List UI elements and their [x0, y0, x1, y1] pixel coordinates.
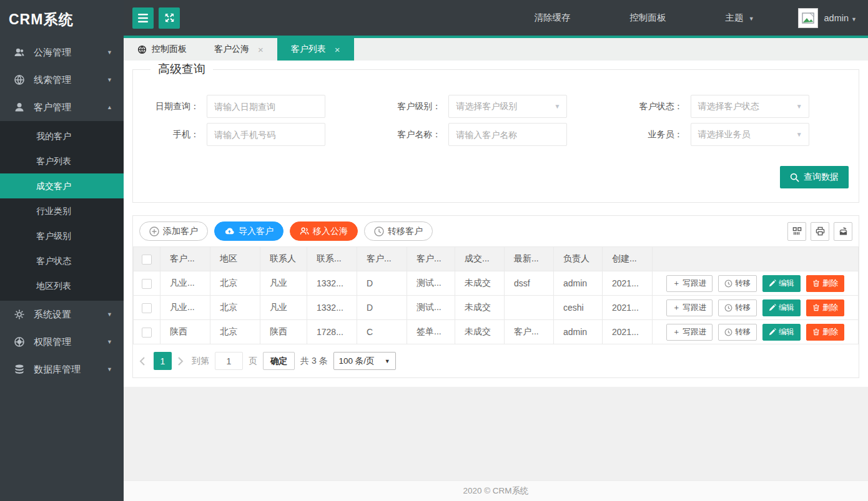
import-customer-button[interactable]: 导入客户 [214, 221, 284, 241]
page-size-select[interactable]: 100 条/页 ▼ [333, 352, 396, 370]
row-checkbox[interactable] [142, 279, 152, 289]
export-button[interactable] [834, 222, 852, 241]
prev-page-icon[interactable] [139, 357, 148, 366]
transfer-button[interactable]: 转移 [718, 299, 757, 316]
follow-up-button[interactable]: ＋写跟进 [666, 299, 713, 316]
cell-level: D [357, 271, 407, 296]
user-menu[interactable]: admin ▼ [824, 13, 857, 23]
page-footer: 2020 © CRM系统 [124, 480, 868, 501]
chevron-down-icon: ▼ [107, 366, 112, 372]
sidebar-item-public-sea[interactable]: 公海管理 ▼ [0, 39, 124, 66]
table-tool-icons [787, 222, 852, 241]
tab-customer-sea[interactable]: 客户公海 × [200, 38, 277, 61]
delete-label: 删除 [822, 327, 838, 338]
sidebar-subitem-region-list[interactable]: 地区列表 [0, 273, 124, 298]
fullscreen-button[interactable] [159, 7, 180, 29]
edit-button[interactable]: 编辑 [762, 299, 801, 316]
sidebar-subitem-customer-list[interactable]: 客户列表 [0, 148, 124, 173]
hamburger-icon [138, 14, 148, 22]
transfer-button[interactable]: 转移 [718, 324, 757, 341]
content-area: 高级查询 日期查询： 客户级别： 请选择客户级别 ▼ 客户状态： 请选择客 [124, 61, 868, 387]
cell-customer: 陕西 [160, 320, 210, 344]
query-data-button[interactable]: 查询数据 [780, 166, 849, 188]
select-placeholder: 请选择业务员 [698, 129, 751, 140]
customer-status-select[interactable]: 请选择客户状态 ▼ [691, 95, 809, 118]
select-all-checkbox[interactable] [142, 255, 152, 265]
sidebar-subitem-industry-category[interactable]: 行业类别 [0, 198, 124, 223]
wheel-icon [14, 336, 25, 348]
move-to-sea-button[interactable]: 移入公海 [290, 221, 358, 241]
transfer-label: 转移 [735, 327, 751, 338]
cell-phone: 1332... [307, 296, 357, 320]
customer-table: 客户... 地区 联系人 联系... 客户... 客户... 成交... 最新.… [133, 246, 859, 344]
edit-button[interactable]: 编辑 [762, 324, 801, 341]
theme-menu[interactable]: 主题 ▼ [726, 12, 754, 24]
follow-up-button[interactable]: ＋写跟进 [666, 275, 713, 292]
edit-button[interactable]: 编辑 [762, 275, 801, 292]
sidebar: CRM系统 公海管理 ▼ 线索管理 ▼ 客户管理 ▲ 我的客户 客户列表 成交客… [0, 0, 124, 501]
date-query-input[interactable] [207, 95, 325, 118]
salesman-select[interactable]: 请选择业务员 ▼ [691, 123, 809, 146]
close-icon[interactable]: × [258, 44, 264, 55]
sidebar-item-leads[interactable]: 线索管理 ▼ [0, 66, 124, 94]
print-button[interactable] [811, 222, 829, 241]
cell-contact: 陕西 [260, 320, 307, 344]
add-customer-button[interactable]: 添加客户 [139, 221, 208, 241]
transfer-customer-button[interactable]: 转移客户 [364, 221, 433, 241]
cell-contact: 凡业 [260, 271, 307, 296]
table-row: 陕西 北京 陕西 1728... C 签单... 未成交 客户... admin… [134, 320, 859, 344]
query-row-1: 日期查询： 客户级别： 请选择客户级别 ▼ 客户状态： 请选择客户状态 ▼ [133, 95, 859, 118]
sidebar-subitem-my-customers[interactable]: 我的客户 [0, 124, 124, 148]
page-number-current[interactable]: 1 [154, 352, 172, 370]
phone-field: 手机： [133, 123, 375, 146]
cell-latest: dssf [505, 271, 554, 296]
clock-icon [724, 304, 732, 312]
edit-label: 编辑 [779, 303, 794, 313]
tab-customer-list[interactable]: 客户列表 × [277, 38, 354, 61]
sidebar-item-system-settings[interactable]: 系统设置 ▼ [0, 301, 124, 328]
clear-cache-link[interactable]: 清除缓存 [535, 12, 571, 24]
cell-status: 签单... [407, 320, 455, 344]
row-checkbox[interactable] [142, 328, 152, 338]
customer-table-panel: 添加客户 导入客户 移入公海 [132, 215, 859, 378]
chevron-down-icon: ▼ [107, 311, 112, 318]
export-icon [839, 226, 848, 236]
transfer-button[interactable]: 转移 [718, 275, 757, 292]
col-header-contact-phone: 联系... [307, 247, 357, 271]
delete-button[interactable]: 删除 [806, 299, 844, 316]
sidebar-item-database[interactable]: 数据库管理 ▼ [0, 356, 124, 383]
delete-button[interactable]: 删除 [806, 324, 844, 341]
row-checkbox[interactable] [142, 303, 152, 313]
cell-latest [505, 296, 554, 320]
cell-created: 2021... [603, 320, 653, 344]
phone-label: 手机： [133, 129, 207, 140]
sidebar-subitem-customer-status[interactable]: 客户状态 [0, 248, 124, 273]
users-icon [14, 47, 25, 58]
follow-up-button[interactable]: ＋写跟进 [666, 324, 713, 341]
phone-input[interactable] [207, 123, 325, 146]
tab-control-panel[interactable]: 控制面板 [124, 38, 200, 61]
col-header-actions [653, 247, 859, 271]
sidebar-subitem-deal-customers[interactable]: 成交客户 [0, 173, 124, 198]
sidebar-item-permissions[interactable]: 权限管理 ▼ [0, 328, 124, 356]
customer-name-input[interactable] [448, 123, 567, 146]
goto-page-input[interactable] [215, 352, 243, 370]
avatar[interactable] [798, 8, 818, 28]
close-icon[interactable]: × [335, 44, 340, 55]
delete-button[interactable]: 删除 [806, 275, 844, 292]
goto-confirm-button[interactable]: 确定 [263, 352, 295, 370]
customer-level-select[interactable]: 请选择客户级别 ▼ [448, 95, 567, 118]
salesman-field: 业务员： 请选择业务员 ▼ [617, 123, 859, 146]
pencil-icon [769, 328, 776, 336]
next-page-icon[interactable] [177, 357, 186, 366]
toggle-columns-button[interactable] [787, 222, 806, 241]
trash-icon [812, 328, 820, 336]
chevron-down-icon: ▼ [554, 103, 560, 110]
customer-name-field: 客户名称： [375, 123, 616, 146]
collapse-sidebar-button[interactable] [132, 7, 154, 29]
cell-status: 测试... [407, 271, 455, 296]
control-panel-link[interactable]: 控制面板 [630, 12, 666, 24]
sidebar-item-customers[interactable]: 客户管理 ▲ [0, 94, 124, 121]
sidebar-subitem-customer-level[interactable]: 客户级别 [0, 223, 124, 248]
cell-created: 2021... [603, 271, 653, 296]
